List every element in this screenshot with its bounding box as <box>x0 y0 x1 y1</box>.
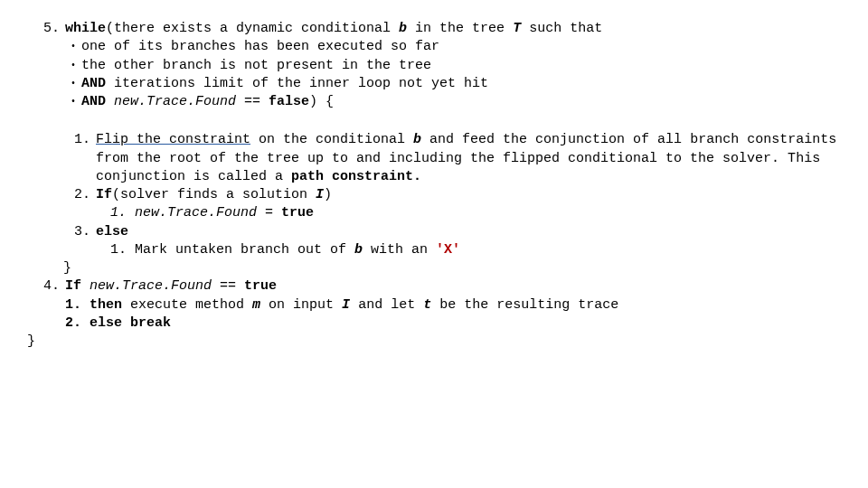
text: on the conditional <box>250 132 413 147</box>
sub-number: 1. <box>65 297 81 313</box>
step-body: If(solver finds a solution I) 1. new.Tra… <box>96 186 841 223</box>
flip-link: Flip the constraint <box>96 132 250 147</box>
text: iterations limit of the inner loop not y… <box>106 76 488 91</box>
var-T: T <box>513 21 521 36</box>
kw-break: break <box>122 315 171 331</box>
kw-true: true <box>244 278 277 294</box>
step-3: 3. else 1. Mark untaken branch out of b … <box>63 223 841 260</box>
var-b: b <box>399 21 407 36</box>
bullet: • the other branch is not present in the… <box>65 57 841 75</box>
var-newtrace: new.Trace.Found <box>135 205 257 221</box>
text: in the tree <box>407 21 513 36</box>
close-brace-inner: } <box>63 259 841 277</box>
sub-step: 2. else break <box>65 314 841 333</box>
step-body: Flip the constraint on the conditional b… <box>96 131 841 186</box>
var-m: m <box>252 297 260 313</box>
sub-number: 1. <box>110 242 127 258</box>
sub-number: 2. <box>65 315 81 331</box>
text <box>81 278 90 294</box>
item-number: 4. <box>27 277 65 333</box>
close-brace-outer: } <box>27 333 841 351</box>
text: (there exists a dynamic conditional <box>106 21 399 36</box>
bullet: • one of its branches has been executed … <box>65 38 841 56</box>
step-1: 1. Flip the constraint on the conditiona… <box>63 131 841 186</box>
text: be the resulting trace <box>431 297 618 313</box>
bullet-dot-icon: • <box>65 93 81 111</box>
text: Mark untaken branch out of <box>135 242 354 258</box>
var-t: t <box>423 297 431 313</box>
var-I: I <box>342 297 350 313</box>
kw-and: AND <box>81 94 106 109</box>
text: == <box>236 94 269 109</box>
bullet: • AND new.Trace.Found == false) { <box>65 93 841 111</box>
kw-false: false <box>269 94 309 109</box>
bullet-dot-icon: • <box>65 75 81 93</box>
var-b: b <box>413 132 421 147</box>
text: (solver finds a solution <box>112 187 316 202</box>
var-newtrace: new.Trace.Found <box>114 94 236 109</box>
item-body: If new.Trace.Found == true 1. then execu… <box>65 277 841 333</box>
text: with an <box>363 242 436 258</box>
kw-then: then <box>90 297 122 313</box>
text: such that <box>521 21 602 36</box>
text: == <box>212 278 244 294</box>
var-newtrace: new.Trace.Found <box>90 278 212 294</box>
text: ) <box>324 187 332 202</box>
sub-number: 1. <box>110 205 127 221</box>
item-body: while(there exists a dynamic conditional… <box>65 20 841 38</box>
var-b: b <box>354 242 363 258</box>
kw-and: AND <box>81 76 106 91</box>
kw-else: else <box>90 315 122 331</box>
sub-step: 1. new.Trace.Found = true <box>110 204 841 222</box>
sub-step: 1. then execute method m on input I and … <box>65 296 841 314</box>
step-number: 2. <box>63 186 96 223</box>
var-I: I <box>316 187 324 202</box>
bullet-text: AND new.Trace.Found == false) { <box>81 93 841 111</box>
path-constraint: path constraint. <box>291 169 421 184</box>
kw-while: while <box>65 21 106 36</box>
text: ) { <box>309 94 334 109</box>
text: execute method <box>122 297 252 313</box>
step-body: else 1. Mark untaken branch out of b wit… <box>96 223 841 260</box>
kw-if: If <box>65 278 81 294</box>
x-literal: 'X' <box>436 242 460 258</box>
text: and let <box>350 297 423 313</box>
bullet: • AND iterations limit of the inner loop… <box>65 75 841 93</box>
kw-true: true <box>281 205 314 221</box>
kw-else: else <box>96 224 128 239</box>
text: = <box>257 205 281 221</box>
bullet-dot-icon: • <box>65 57 81 75</box>
item-number: 5. <box>27 20 65 38</box>
bullet-text: the other branch is not present in the t… <box>81 57 841 75</box>
step-number: 3. <box>63 223 96 260</box>
item-4: 4. If new.Trace.Found == true 1. then ex… <box>27 277 841 333</box>
bullet-text: AND iterations limit of the inner loop n… <box>81 75 841 93</box>
bullet-text: one of its branches has been executed so… <box>81 38 841 56</box>
bullet-list: • one of its branches has been executed … <box>65 38 841 111</box>
item-5: 5. while(there exists a dynamic conditio… <box>27 20 841 38</box>
inner-steps: 1. Flip the constraint on the conditiona… <box>63 131 841 277</box>
sub-step: 1. Mark untaken branch out of b with an … <box>110 241 841 259</box>
text: on input <box>260 297 342 313</box>
step-number: 1. <box>63 131 96 186</box>
kw-if: If <box>96 187 112 202</box>
step-2: 2. If(solver finds a solution I) 1. new.… <box>63 186 841 223</box>
algorithm-page: 5. while(there exists a dynamic conditio… <box>0 0 868 371</box>
bullet-dot-icon: • <box>65 38 81 56</box>
